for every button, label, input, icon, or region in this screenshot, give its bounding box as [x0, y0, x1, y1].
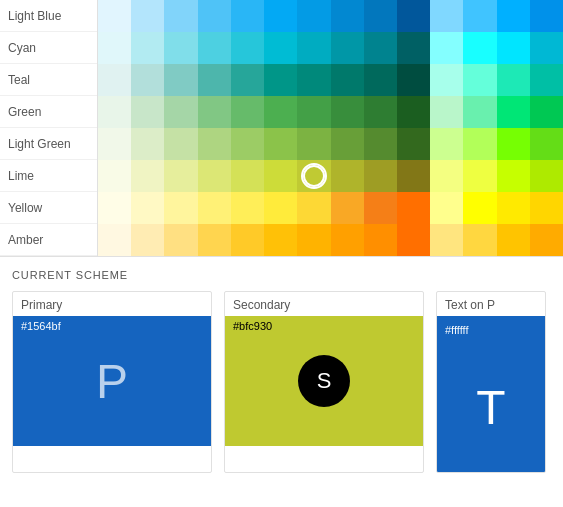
- color-cell[interactable]: [164, 0, 197, 32]
- color-cell[interactable]: [331, 192, 364, 224]
- color-cell[interactable]: [530, 160, 563, 192]
- color-cell[interactable]: [397, 128, 430, 160]
- color-cell[interactable]: [231, 224, 264, 256]
- color-cell[interactable]: [297, 32, 330, 64]
- color-cell[interactable]: [264, 32, 297, 64]
- color-cell[interactable]: [497, 0, 530, 32]
- color-cell[interactable]: [264, 64, 297, 96]
- color-cell[interactable]: [364, 32, 397, 64]
- color-cell[interactable]: [530, 96, 563, 128]
- color-cell[interactable]: [264, 160, 297, 192]
- color-cell[interactable]: [98, 160, 131, 192]
- color-cell[interactable]: [164, 96, 197, 128]
- color-cell[interactable]: [397, 192, 430, 224]
- color-cell[interactable]: [131, 192, 164, 224]
- color-cell[interactable]: [231, 96, 264, 128]
- color-cell[interactable]: [397, 96, 430, 128]
- color-cell[interactable]: [98, 32, 131, 64]
- color-cell[interactable]: [430, 160, 463, 192]
- color-cell[interactable]: [198, 96, 231, 128]
- color-cell[interactable]: [463, 96, 496, 128]
- color-cell[interactable]: [264, 128, 297, 160]
- color-cell[interactable]: [297, 0, 330, 32]
- color-cell[interactable]: [198, 0, 231, 32]
- color-cell[interactable]: [463, 160, 496, 192]
- color-cell[interactable]: [231, 0, 264, 32]
- color-cell[interactable]: [164, 224, 197, 256]
- color-cell[interactable]: [331, 224, 364, 256]
- color-cell[interactable]: [198, 160, 231, 192]
- color-cell[interactable]: [331, 0, 364, 32]
- color-cell[interactable]: [164, 64, 197, 96]
- color-cell[interactable]: [131, 128, 164, 160]
- color-cell[interactable]: [364, 192, 397, 224]
- color-cell[interactable]: [430, 96, 463, 128]
- color-cell[interactable]: [497, 192, 530, 224]
- color-cell[interactable]: [397, 64, 430, 96]
- color-cell[interactable]: [198, 32, 231, 64]
- color-cell[interactable]: [364, 0, 397, 32]
- primary-color-block[interactable]: P #1564bf: [13, 316, 211, 446]
- color-cell[interactable]: [131, 64, 164, 96]
- color-cell[interactable]: [231, 192, 264, 224]
- color-cell[interactable]: [164, 32, 197, 64]
- color-cell[interactable]: [530, 32, 563, 64]
- color-cell[interactable]: [131, 0, 164, 32]
- color-cell[interactable]: [198, 128, 231, 160]
- color-cell[interactable]: [131, 32, 164, 64]
- color-cell[interactable]: [98, 64, 131, 96]
- color-cell[interactable]: [430, 32, 463, 64]
- color-cell[interactable]: [264, 224, 297, 256]
- color-cell[interactable]: [397, 32, 430, 64]
- color-cell[interactable]: [364, 128, 397, 160]
- color-cell[interactable]: [264, 192, 297, 224]
- color-cell[interactable]: [497, 32, 530, 64]
- color-cell[interactable]: [463, 128, 496, 160]
- color-cell[interactable]: [98, 192, 131, 224]
- color-cell[interactable]: [463, 0, 496, 32]
- color-cell[interactable]: [164, 192, 197, 224]
- color-cell[interactable]: [497, 64, 530, 96]
- color-cell[interactable]: [397, 0, 430, 32]
- color-cell[interactable]: [98, 96, 131, 128]
- color-cell[interactable]: [231, 64, 264, 96]
- color-cell[interactable]: [331, 128, 364, 160]
- color-cell[interactable]: [297, 96, 330, 128]
- color-cell[interactable]: [497, 160, 530, 192]
- color-cell[interactable]: [297, 224, 330, 256]
- color-cell[interactable]: [98, 0, 131, 32]
- color-cell[interactable]: [231, 128, 264, 160]
- color-cell[interactable]: [430, 224, 463, 256]
- color-cell[interactable]: [463, 64, 496, 96]
- text-on-p-block[interactable]: T: [437, 342, 545, 472]
- color-cell[interactable]: [264, 96, 297, 128]
- color-cell[interactable]: [331, 96, 364, 128]
- color-cell[interactable]: [364, 224, 397, 256]
- color-cell[interactable]: [297, 192, 330, 224]
- color-cell[interactable]: [530, 64, 563, 96]
- color-cell[interactable]: [131, 96, 164, 128]
- color-cell[interactable]: [430, 128, 463, 160]
- color-cell[interactable]: [430, 192, 463, 224]
- color-cell[interactable]: [364, 96, 397, 128]
- color-cell[interactable]: [98, 128, 131, 160]
- color-cell[interactable]: [497, 224, 530, 256]
- color-cell[interactable]: [530, 224, 563, 256]
- color-cell[interactable]: [397, 160, 430, 192]
- color-cell[interactable]: [331, 32, 364, 64]
- color-cell[interactable]: [264, 0, 297, 32]
- color-cell[interactable]: [463, 32, 496, 64]
- color-cell[interactable]: [497, 128, 530, 160]
- color-cell[interactable]: [164, 160, 197, 192]
- color-cell[interactable]: [331, 160, 364, 192]
- color-cell[interactable]: [397, 224, 430, 256]
- color-cell[interactable]: [463, 192, 496, 224]
- color-cell[interactable]: [297, 128, 330, 160]
- color-cell[interactable]: [198, 64, 231, 96]
- color-cell[interactable]: [463, 224, 496, 256]
- color-cell[interactable]: [430, 64, 463, 96]
- color-cell[interactable]: [297, 160, 330, 192]
- color-cell[interactable]: [331, 64, 364, 96]
- color-cell[interactable]: [131, 160, 164, 192]
- color-cell[interactable]: [198, 192, 231, 224]
